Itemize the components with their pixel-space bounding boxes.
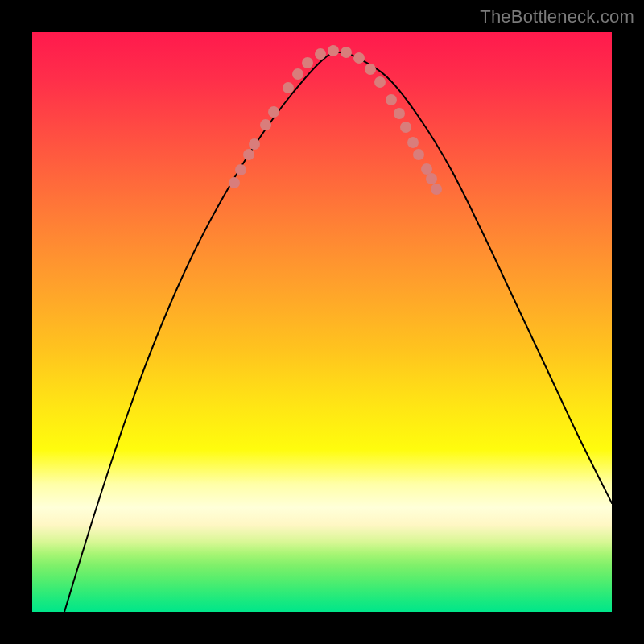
scatter-point (400, 122, 411, 133)
scatter-point (249, 138, 260, 150)
scatter-point (386, 94, 397, 105)
scatter-point (283, 82, 294, 93)
scatter-point (341, 47, 352, 58)
scatter-point (365, 64, 376, 75)
scatter-point (243, 149, 254, 160)
scatter-point (374, 76, 386, 88)
scatter-point (229, 177, 240, 188)
chart-container: TheBottleneck.com (0, 0, 644, 644)
scatter-point (413, 149, 424, 160)
scatter-point (431, 184, 442, 195)
plot-frame (32, 32, 612, 612)
scatter-point (292, 68, 303, 80)
scatter-points (229, 45, 442, 195)
scatter-point (235, 164, 246, 175)
scatter-point (268, 106, 279, 118)
scatter-point (353, 52, 365, 64)
curve-line (64, 52, 612, 612)
scatter-point (302, 57, 313, 68)
scatter-point (407, 137, 419, 148)
scatter-point (394, 108, 405, 119)
watermark-text: TheBottleneck.com (480, 6, 634, 27)
chart-svg (32, 32, 612, 612)
scatter-point (421, 163, 432, 175)
scatter-point (328, 45, 339, 56)
scatter-point (426, 173, 437, 184)
scatter-point (315, 48, 326, 60)
scatter-point (260, 119, 271, 130)
